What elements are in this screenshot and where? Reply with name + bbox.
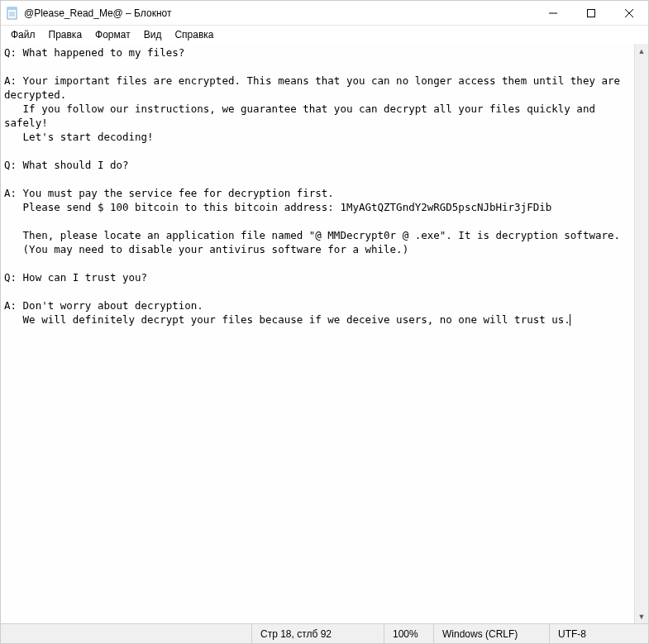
status-zoom: 100% <box>384 624 433 643</box>
minimize-button[interactable] <box>534 1 572 26</box>
svg-rect-1 <box>7 7 17 10</box>
svg-rect-6 <box>588 10 595 17</box>
scroll-track[interactable] <box>635 58 648 609</box>
window-title: @Please_Read_Me@ – Блокнот <box>22 7 534 19</box>
vertical-scrollbar[interactable]: ▲ ▼ <box>634 44 648 623</box>
status-position: Стр 18, стлб 92 <box>251 624 384 643</box>
menu-file[interactable]: Файл <box>4 27 42 42</box>
notepad-icon <box>6 7 19 20</box>
document-text: Q: What happened to my files? A: Your im… <box>4 46 627 326</box>
menu-help[interactable]: Справка <box>168 27 220 42</box>
menubar: Файл Правка Формат Вид Справка <box>1 26 648 44</box>
maximize-button[interactable] <box>572 1 610 26</box>
scroll-down-arrow[interactable]: ▼ <box>635 609 648 623</box>
menu-edit[interactable]: Правка <box>42 27 89 42</box>
content-area: Q: What happened to my files? A: Your im… <box>1 44 648 623</box>
scroll-up-arrow[interactable]: ▲ <box>635 44 648 58</box>
text-editor[interactable]: Q: What happened to my files? A: Your im… <box>1 44 634 623</box>
close-button[interactable] <box>610 1 648 26</box>
titlebar: @Please_Read_Me@ – Блокнот <box>1 1 648 26</box>
status-spacer <box>1 624 251 643</box>
window-controls <box>534 1 648 25</box>
menu-view[interactable]: Вид <box>137 27 169 42</box>
text-caret <box>570 314 570 326</box>
status-encoding: UTF-8 <box>549 624 648 643</box>
status-line-ending: Windows (CRLF) <box>433 624 549 643</box>
menu-format[interactable]: Формат <box>88 27 137 42</box>
statusbar: Стр 18, стлб 92 100% Windows (CRLF) UTF-… <box>1 623 648 643</box>
